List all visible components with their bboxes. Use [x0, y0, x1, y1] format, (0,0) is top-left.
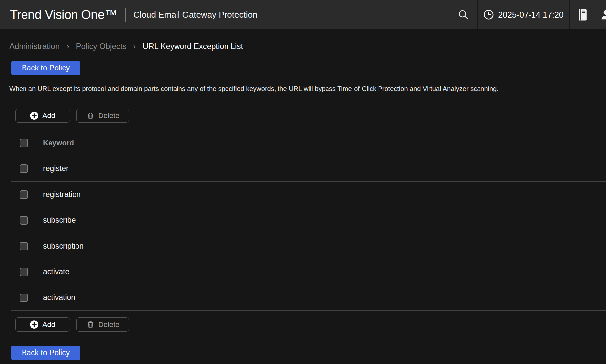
product-title: Cloud Email Gateway Protection: [133, 10, 257, 20]
table-row: activate: [11, 259, 606, 285]
back-to-policy-button-top[interactable]: Back to Policy: [11, 61, 80, 75]
breadcrumb-separator-icon: ›: [67, 42, 69, 51]
table-row: subscription: [11, 233, 606, 259]
user-icon: [600, 9, 606, 21]
keyword-table: Keyword register registration subscribe …: [11, 130, 606, 311]
table-row: register: [11, 156, 606, 182]
delete-button-top[interactable]: Delete: [76, 109, 129, 123]
brand-title: Trend Vision One™: [10, 8, 117, 22]
brand-divider: [125, 8, 126, 22]
row-checkbox[interactable]: [20, 164, 28, 173]
delete-button-label: Delete: [98, 320, 120, 329]
row-keyword: activation: [43, 293, 75, 302]
row-keyword: register: [43, 164, 69, 173]
breadcrumb: Administration › Policy Objects › URL Ke…: [9, 42, 606, 50]
divider: [11, 338, 606, 338]
help-button[interactable]: [570, 0, 595, 29]
top-header-bar: Trend Vision One™ Cloud Email Gateway Pr…: [0, 0, 606, 29]
page-description: When an URL except its protocol and doma…: [9, 85, 599, 93]
row-checkbox[interactable]: [20, 216, 28, 225]
search-icon: [457, 9, 469, 21]
divider: [11, 102, 606, 102]
user-menu-button[interactable]: [595, 0, 606, 29]
keyword-column-header: Keyword: [43, 139, 74, 147]
breadcrumb-item-administration[interactable]: Administration: [9, 42, 60, 51]
table-header-row: Keyword: [11, 130, 606, 156]
app-window: Trend Vision One™ Cloud Email Gateway Pr…: [0, 0, 606, 360]
add-button-bottom[interactable]: Add: [15, 317, 70, 332]
row-checkbox[interactable]: [20, 190, 28, 199]
plus-circle-icon: [30, 320, 39, 329]
toolbar-top: Add Delete: [15, 109, 606, 123]
add-button-label: Add: [42, 112, 55, 120]
breadcrumb-current-page: URL Keyword Exception List: [143, 42, 243, 51]
row-keyword: subscription: [43, 242, 84, 250]
add-button-top[interactable]: Add: [15, 109, 70, 123]
plus-circle-icon: [30, 111, 39, 120]
toolbar-bottom: Add Delete: [15, 317, 606, 332]
trash-icon: [86, 320, 95, 329]
breadcrumb-item-policy-objects[interactable]: Policy Objects: [76, 42, 126, 51]
row-checkbox[interactable]: [20, 268, 28, 276]
table-row: registration: [11, 182, 606, 207]
clock-icon: [483, 9, 494, 20]
row-checkbox[interactable]: [20, 294, 28, 302]
table-row: activation: [11, 285, 606, 311]
book-icon: [578, 9, 588, 21]
datetime-text: 2025-07-14 17:20: [498, 10, 563, 20]
row-checkbox[interactable]: [20, 242, 28, 250]
trash-icon: [86, 112, 95, 120]
row-keyword: registration: [43, 190, 81, 199]
keyword-table-body: register registration subscribe subscrip…: [11, 156, 606, 311]
datetime-widget: 2025-07-14 17:20: [478, 0, 569, 29]
table-row: subscribe: [11, 207, 606, 233]
select-all-checkbox[interactable]: [20, 139, 28, 147]
delete-button-label: Delete: [98, 112, 120, 120]
delete-button-bottom[interactable]: Delete: [76, 317, 129, 332]
row-keyword: activate: [43, 267, 69, 276]
breadcrumb-separator-icon: ›: [133, 42, 136, 51]
row-keyword: subscribe: [43, 216, 76, 225]
back-to-policy-button-bottom[interactable]: Back to Policy: [11, 346, 80, 360]
add-button-label: Add: [42, 320, 55, 329]
search-button[interactable]: [450, 0, 477, 29]
